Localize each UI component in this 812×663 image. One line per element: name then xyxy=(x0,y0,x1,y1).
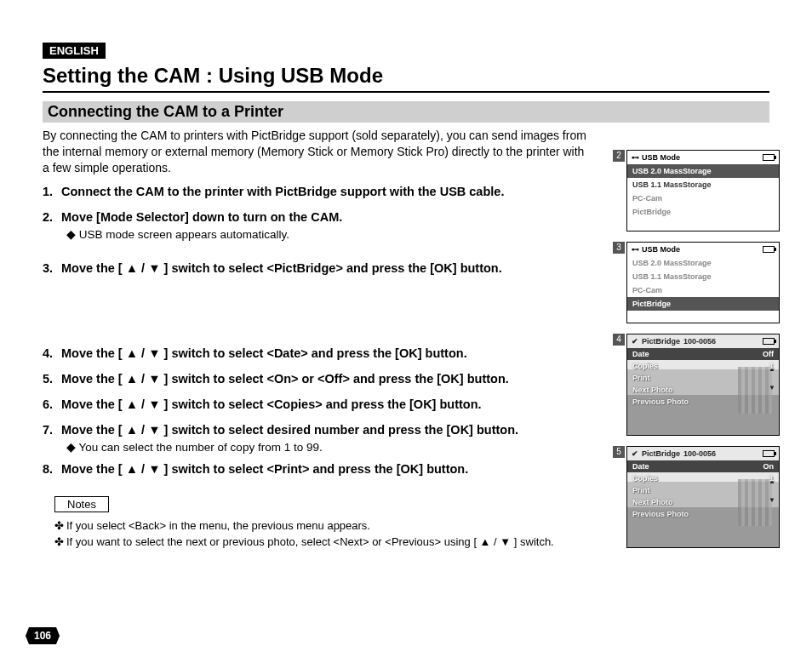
menu-item: USB 1.1 MassStorage xyxy=(627,270,779,283)
usb-icon: ⊷ xyxy=(632,153,639,162)
menu-item: Print xyxy=(627,484,779,496)
bullet-icon: ✤ xyxy=(54,535,66,548)
menu-item: Next Photo xyxy=(627,384,779,396)
step-text: Move the [ ▲ / ▼ ] switch to select <On>… xyxy=(61,372,509,386)
file-number: 100-0056 xyxy=(683,337,716,346)
battery-icon xyxy=(763,338,775,345)
language-tag: ENGLISH xyxy=(43,43,106,59)
menu-item: USB 1.1 MassStorage xyxy=(627,178,779,191)
battery-icon xyxy=(763,154,775,161)
step-text: Move the [ ▲ / ▼ ] switch to select <Pic… xyxy=(61,261,502,275)
menu-item: PictBridge xyxy=(627,205,779,219)
menu-item: Print xyxy=(627,372,779,384)
menu-item: DateOff xyxy=(627,348,779,360)
section-subtitle: Connecting the CAM to a Printer xyxy=(43,101,769,123)
step-number: 3. xyxy=(43,261,61,275)
usb-icon: ⊷ xyxy=(632,245,639,254)
step-number: 8. xyxy=(43,462,61,476)
screen-title: PictBridge xyxy=(642,337,680,346)
step-number: 2. xyxy=(43,210,61,224)
screen-step-tag: 4 xyxy=(613,334,625,346)
lcd-screen-2: 2 ⊷USB Mode USB 2.0 MassStorage USB 1.1 … xyxy=(626,150,780,231)
lcd-screen-4: 4 ✔ PictBridge 100-0056 DateOff ▲ Copies… xyxy=(626,334,780,436)
screen-step-tag: 2 xyxy=(613,150,625,162)
screen-title: USB Mode xyxy=(642,153,680,162)
menu-item: USB 2.0 MassStorage xyxy=(627,164,779,178)
step-number: 1. xyxy=(43,185,61,198)
note-text: If you select <Back> in the menu, the pr… xyxy=(66,519,370,532)
step-text: Move the [ ▲ / ▼ ] switch to select <Pri… xyxy=(61,462,468,476)
step-text: Move [Mode Selector] down to turn on the… xyxy=(61,210,342,224)
lcd-screens-column: 2 ⊷USB Mode USB 2.0 MassStorage USB 1.1 … xyxy=(626,150,780,558)
screen-step-tag: 5 xyxy=(613,446,625,458)
intro-text: By connecting the CAM to printers with P… xyxy=(43,128,587,176)
screen-step-tag: 3 xyxy=(613,242,625,254)
screen-title: USB Mode xyxy=(642,245,680,254)
step-number: 7. xyxy=(43,423,61,437)
step-subtext: ◆ You can select the number of copy from… xyxy=(66,440,638,454)
step-text: Connect the CAM to the printer with Pict… xyxy=(61,185,504,198)
battery-icon xyxy=(763,450,775,457)
menu-item: PC-Cam xyxy=(627,191,779,205)
step-number: 5. xyxy=(43,372,61,386)
menu-item: Previous Photo xyxy=(627,396,779,408)
page-title: Setting the CAM : Using USB Mode xyxy=(43,64,769,93)
file-number: 100-0056 xyxy=(683,449,716,458)
screen-title: PictBridge xyxy=(642,449,680,458)
menu-item: Next Photo xyxy=(627,496,779,508)
menu-item: PictBridge xyxy=(627,297,779,311)
notes-label: Notes xyxy=(54,496,109,512)
step-text: Move the [ ▲ / ▼ ] switch to select desi… xyxy=(61,423,518,437)
menu-item: Previous Photo xyxy=(627,508,779,520)
step-number: 6. xyxy=(43,397,61,411)
step-number: 4. xyxy=(43,346,61,360)
menu-item: Copies1 xyxy=(627,472,779,484)
step-text: Move the [ ▲ / ▼ ] switch to select <Dat… xyxy=(61,346,467,360)
lcd-screen-5: 5 ✔ PictBridge 100-0056 DateOn ▲ Copies1… xyxy=(626,446,780,548)
menu-item: PC-Cam xyxy=(627,283,779,297)
menu-item: Copies1 xyxy=(627,360,779,372)
page-number-badge: 106 xyxy=(26,627,60,644)
lcd-screen-3: 3 ⊷USB Mode USB 2.0 MassStorage USB 1.1 … xyxy=(626,242,780,323)
steps-list: 1.Connect the CAM to the printer with Pi… xyxy=(43,185,638,476)
menu-item: DateOn xyxy=(627,460,779,472)
note-text: If you want to select the next or previo… xyxy=(66,535,554,548)
bullet-icon: ✤ xyxy=(54,519,66,532)
step-subtext: ◆ USB mode screen appears automatically. xyxy=(66,227,638,241)
battery-icon xyxy=(763,246,775,253)
pictbridge-icon: ✔ xyxy=(632,449,638,458)
pictbridge-icon: ✔ xyxy=(632,337,638,346)
step-text: Move the [ ▲ / ▼ ] switch to select <Cop… xyxy=(61,397,482,411)
menu-item: USB 2.0 MassStorage xyxy=(627,256,779,270)
